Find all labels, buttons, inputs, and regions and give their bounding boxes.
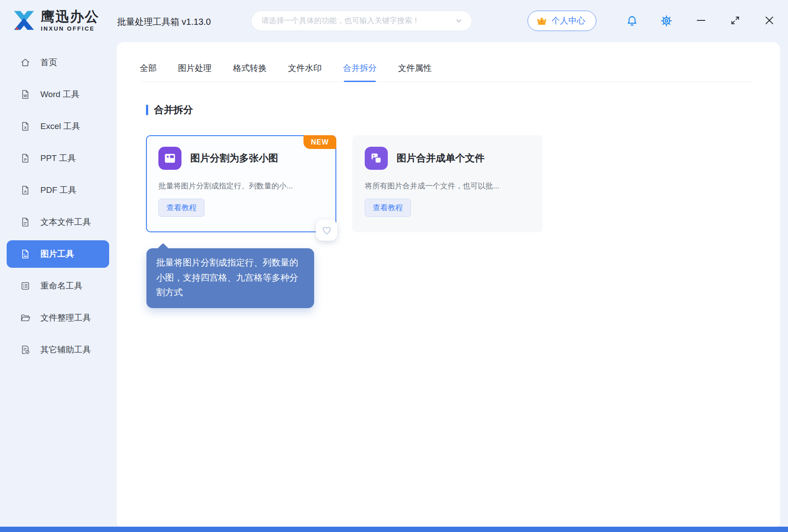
section-title: 合并拆分	[154, 103, 193, 117]
excel-file-icon: X	[20, 121, 31, 132]
home-icon	[20, 57, 31, 68]
sidebar-item-label: 其它辅助工具	[40, 344, 91, 356]
function-search-box[interactable]	[251, 11, 472, 31]
section-header: 合并拆分	[146, 103, 780, 117]
minimize-button[interactable]	[690, 10, 712, 31]
card-description: 批量将图片分割成指定行、列数量的小...	[158, 181, 324, 191]
sidebar-item-label: PPT 工具	[40, 153, 76, 164]
view-tutorial-button[interactable]: 查看教程	[158, 199, 205, 217]
notifications-button[interactable]	[623, 12, 641, 30]
tool-card-grid: NEW 图片分割为多张小图 批量将图片分割成指定行、列数量的小... 查看教程	[146, 135, 780, 232]
pdf-file-icon: A	[20, 185, 31, 196]
sidebar-item-image-tools[interactable]: 图片工具	[7, 240, 109, 268]
text-file-icon	[20, 217, 31, 227]
maximize-icon	[729, 15, 741, 26]
app-logo: 鹰迅办公 INXUN OFFICE	[12, 8, 99, 33]
sidebar-item-file-organize-tools[interactable]: 文件整理工具	[7, 304, 109, 332]
card-header: 图片合并成单个文件	[365, 147, 530, 170]
sidebar-item-label: PDF 工具	[40, 184, 76, 196]
svg-text:P: P	[24, 157, 27, 162]
tab-image-processing[interactable]: 图片处理	[178, 63, 212, 74]
tooltip-arrow	[157, 243, 169, 255]
folder-open-icon	[20, 313, 31, 323]
brand-name-cn: 鹰迅办公	[41, 9, 99, 24]
category-tabs: 全部 图片处理 格式转换 文件水印 合并拆分 文件属性	[140, 63, 753, 82]
image-file-icon	[20, 249, 31, 259]
sidebar-item-label: 文本文件工具	[40, 216, 91, 228]
sidebar-item-label: 文件整理工具	[40, 312, 91, 324]
tab-file-properties[interactable]: 文件属性	[398, 63, 432, 74]
heart-icon	[321, 224, 333, 236]
sidebar-item-label: Word 工具	[40, 89, 79, 100]
personal-center-button[interactable]: 个人中心	[528, 11, 596, 31]
sidebar-nav: 首页 W Word 工具 X Excel 工具 P PPT 工具 A P	[0, 44, 117, 527]
new-badge: NEW	[303, 135, 336, 149]
card-title: 图片分割为多张小图	[190, 152, 278, 165]
tooltip-text: 批量将图片分割成指定行、列数量的小图，支持四宫格、九宫格等多种分割方式	[156, 258, 298, 297]
svg-text:A: A	[24, 189, 27, 194]
chevron-down-icon[interactable]	[455, 17, 463, 25]
bell-icon	[626, 15, 638, 27]
favorite-button[interactable]	[316, 219, 337, 241]
card-tooltip: 批量将图片分割成指定行、列数量的小图，支持四宫格、九宫格等多种分割方式	[146, 248, 314, 308]
crown-icon	[536, 15, 548, 27]
sidebar-item-home[interactable]: 首页	[7, 49, 109, 76]
personal-center-label: 个人中心	[552, 15, 585, 27]
close-icon	[764, 15, 775, 26]
svg-text:W: W	[24, 94, 28, 98]
maximize-button[interactable]	[725, 10, 746, 31]
minimize-icon	[695, 15, 707, 26]
brand-name-en: INXUN OFFICE	[41, 25, 99, 32]
close-button[interactable]	[759, 10, 780, 31]
section-accent-bar	[146, 105, 148, 115]
card-header: 图片分割为多张小图	[158, 147, 324, 170]
sidebar-item-label: 首页	[40, 57, 57, 68]
app-title: 批量处理工具箱 v1.13.0	[117, 16, 211, 28]
gear-icon	[660, 15, 673, 27]
window-bottom-edge	[0, 527, 788, 532]
tool-card-image-merge[interactable]: 图片合并成单个文件 将所有图片合并成一个文件，也可以批... 查看教程	[352, 135, 543, 232]
tool-card-image-split[interactable]: NEW 图片分割为多张小图 批量将图片分割成指定行、列数量的小... 查看教程	[146, 135, 336, 232]
sidebar-item-pdf-tools[interactable]: A PDF 工具	[7, 176, 109, 204]
card-title: 图片合并成单个文件	[397, 152, 485, 165]
file-shield-icon	[20, 344, 31, 355]
sidebar-item-excel-tools[interactable]: X Excel 工具	[7, 113, 109, 140]
sidebar-item-rename-tools[interactable]: 重命名工具	[7, 272, 109, 300]
sidebar-item-other-tools[interactable]: 其它辅助工具	[7, 336, 109, 364]
tab-format-conversion[interactable]: 格式转换	[233, 63, 267, 74]
svg-text:X: X	[24, 125, 27, 130]
image-split-icon	[158, 147, 181, 170]
rename-list-icon	[20, 281, 31, 291]
view-tutorial-button[interactable]: 查看教程	[365, 199, 411, 217]
sidebar-item-word-tools[interactable]: W Word 工具	[7, 81, 109, 108]
tab-file-watermark[interactable]: 文件水印	[288, 63, 322, 74]
sidebar-item-text-file-tools[interactable]: 文本文件工具	[7, 208, 109, 236]
title-bar: 鹰迅办公 INXUN OFFICE 批量处理工具箱 v1.13.0 个人中心	[0, 0, 788, 42]
settings-button[interactable]	[657, 12, 676, 30]
tab-merge-split[interactable]: 合并拆分	[343, 63, 377, 74]
brand-text: 鹰迅办公 INXUN OFFICE	[41, 9, 99, 32]
word-file-icon: W	[20, 89, 31, 100]
logo-icon	[12, 8, 36, 33]
sidebar-item-label: Excel 工具	[40, 121, 80, 132]
sidebar-item-ppt-tools[interactable]: P PPT 工具	[7, 145, 109, 172]
card-description: 将所有图片合并成一个文件，也可以批...	[365, 181, 530, 191]
tab-all[interactable]: 全部	[140, 63, 157, 74]
ppt-file-icon: P	[20, 153, 31, 164]
image-merge-icon	[365, 147, 388, 170]
sidebar-item-label: 图片工具	[40, 248, 74, 260]
main-content-panel: 全部 图片处理 格式转换 文件水印 合并拆分 文件属性 合并拆分 NEW	[117, 42, 780, 527]
sidebar-item-label: 重命名工具	[40, 280, 83, 292]
search-input[interactable]	[261, 16, 450, 25]
